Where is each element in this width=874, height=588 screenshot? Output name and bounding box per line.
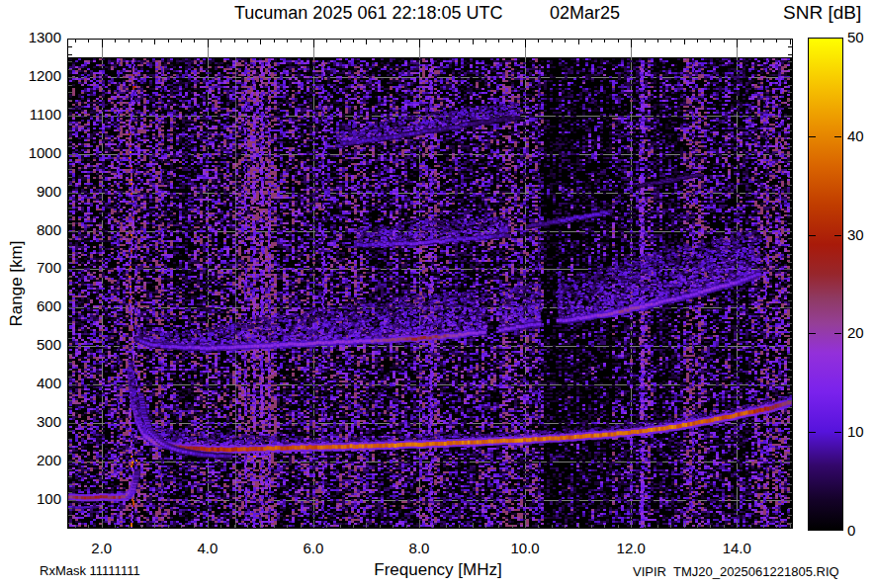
y-tick-label: 1300 (18, 29, 61, 45)
y-tick-label: 200 (18, 452, 61, 468)
y-tick-label: 1100 (18, 106, 61, 123)
colorbar-tick-label: 0 (847, 522, 874, 539)
colorbar-tick (809, 432, 816, 433)
colorbar-tick (809, 235, 816, 236)
x-axis-title: Frequency [MHz] (359, 560, 517, 580)
colorbar-tick (834, 432, 841, 433)
x-tick-label: 10.0 (497, 540, 553, 556)
colorbar-tick-label: 40 (847, 127, 874, 144)
x-tick-label: 2.0 (74, 540, 130, 556)
y-tick-label: 600 (18, 297, 61, 314)
colorbar-tick-label: 30 (847, 226, 874, 243)
y-tick-label: 400 (18, 375, 61, 391)
ionogram-page: Tucuman 2025 061 22:18:05 UTC 02Mar25 SN… (0, 0, 874, 588)
x-tick-label: 6.0 (286, 540, 341, 556)
y-tick-label: 100 (18, 490, 61, 507)
page-title: Tucuman 2025 061 22:18:05 UTC (234, 3, 503, 24)
data-filename: VIPIR TMJ20_2025061221805.RIQ (633, 564, 839, 579)
colorbar-tick-label: 10 (847, 423, 874, 440)
y-tick-label: 1000 (18, 144, 61, 161)
y-tick-label: 800 (18, 221, 61, 238)
colorbar-tick (834, 136, 841, 137)
title-date: 02Mar25 (550, 3, 620, 24)
snr-colorbar (808, 38, 843, 531)
y-tick-label: 700 (18, 259, 61, 276)
colorbar-tick (809, 333, 816, 334)
x-tick-label: 8.0 (392, 540, 447, 556)
colorbar-tick (834, 333, 841, 334)
colorbar-tick (809, 136, 816, 137)
colorbar-title: SNR [dB] (783, 2, 861, 24)
y-tick-label: 500 (18, 336, 61, 353)
x-tick-label: 14.0 (709, 540, 764, 556)
x-tick-label: 12.0 (603, 540, 658, 556)
y-tick-label: 300 (18, 413, 61, 430)
colorbar-tick-label: 20 (847, 324, 874, 341)
y-tick-label: 900 (18, 183, 61, 200)
ionogram-heatmap (67, 39, 793, 529)
y-tick-label: 1200 (18, 67, 61, 84)
colorbar-tick-label: 50 (847, 29, 874, 45)
colorbar-tick (834, 235, 841, 236)
y-axis-title: Range [km] (7, 224, 27, 343)
x-tick-label: 4.0 (180, 540, 235, 556)
rx-mask-label: RxMask 11111111 (40, 563, 140, 578)
